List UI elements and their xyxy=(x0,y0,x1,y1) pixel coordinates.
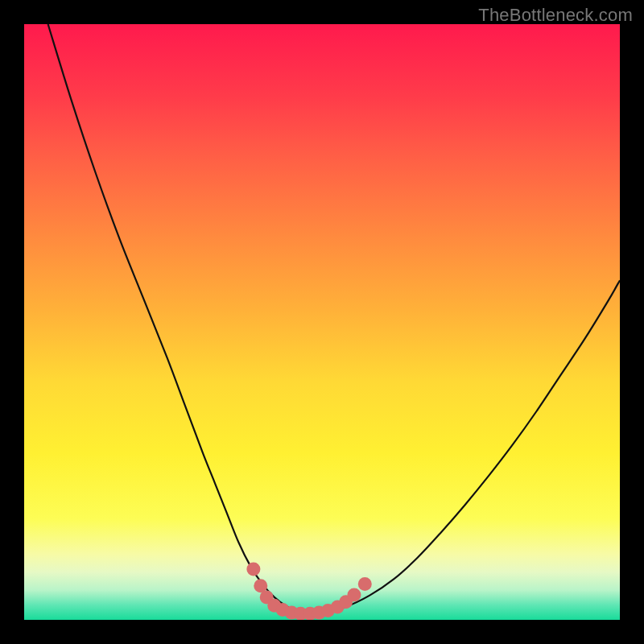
curve-dots xyxy=(246,563,371,620)
curve-dot xyxy=(246,563,260,576)
curve-dot xyxy=(347,588,361,601)
curve-dot xyxy=(358,577,372,591)
watermark-text: TheBottleneck.com xyxy=(478,5,633,26)
curve-svg xyxy=(24,24,620,620)
chart-frame: TheBottleneck.com xyxy=(0,0,644,644)
plot-area xyxy=(24,24,620,620)
bottleneck-curve xyxy=(48,24,620,613)
